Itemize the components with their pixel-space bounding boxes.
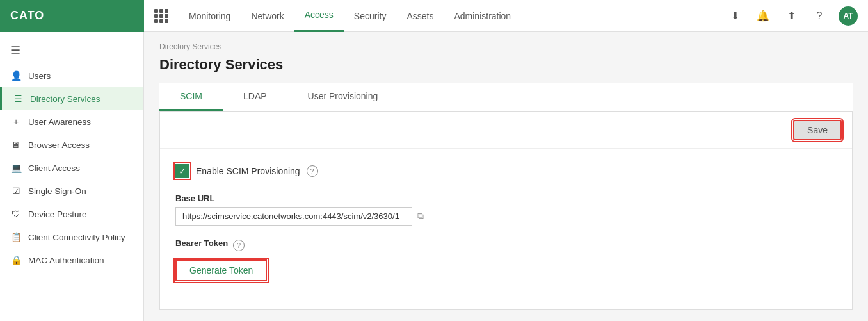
url-input-row: ⧉: [175, 207, 837, 226]
base-url-section: Base URL ⧉: [175, 193, 837, 226]
device-icon: 🛡: [10, 209, 22, 219]
panel-header: Save: [160, 112, 852, 149]
breadcrumb: Directory Services: [159, 42, 853, 51]
enable-scim-checkbox[interactable]: ✓: [175, 164, 189, 178]
sidebar-item-users[interactable]: 👤 Users: [0, 64, 143, 87]
nav-administration[interactable]: Administration: [444, 0, 521, 32]
panel-body: ✓ Enable SCIM Provisioning ? Base URL ⧉ …: [160, 149, 852, 309]
tab-ldap[interactable]: LDAP: [223, 83, 287, 111]
nav-assets[interactable]: Assets: [396, 0, 444, 32]
scim-help-icon[interactable]: ?: [307, 165, 318, 177]
sidebar-item-client-connectivity-policy[interactable]: 📋 Client Connectivity Policy: [0, 226, 143, 249]
tab-scim[interactable]: SCIM: [159, 83, 223, 111]
base-url-label: Base URL: [175, 193, 837, 203]
content-panel: Save ✓ Enable SCIM Provisioning ? Base U…: [159, 111, 853, 310]
nav-monitoring[interactable]: Monitoring: [179, 0, 241, 32]
main-content: Directory Services Directory Services SC…: [144, 32, 868, 321]
sidebar-item-client-access[interactable]: 💻 Client Access: [0, 156, 143, 179]
grid-menu-icon[interactable]: [154, 9, 168, 23]
sso-icon: ☑: [10, 186, 22, 196]
copy-icon[interactable]: ⧉: [417, 211, 424, 222]
browser-icon: 🖥: [10, 140, 22, 150]
sidebar: ☰ 👤 Users ☰ Directory Services + User Aw…: [0, 32, 144, 321]
nav-links: Monitoring Network Access Security Asset…: [179, 0, 726, 32]
bearer-token-section: Bearer Token ? Generate Token: [175, 238, 837, 281]
user-awareness-icon: +: [10, 117, 22, 127]
sidebar-item-sso[interactable]: ☑ Single Sign-On: [0, 179, 143, 202]
mac-icon: 🔒: [10, 255, 22, 265]
enable-scim-label: Enable SCIM Provisioning: [196, 166, 300, 176]
nav-access[interactable]: Access: [294, 0, 344, 32]
layout: ☰ 👤 Users ☰ Directory Services + User Aw…: [0, 32, 868, 321]
nav-icons: ⬇ 🔔 ⬆ ? AT: [726, 6, 858, 26]
top-nav: CATO Monitoring Network Access Security …: [0, 0, 868, 32]
users-icon: 👤: [10, 70, 22, 81]
sidebar-item-device-posture[interactable]: 🛡 Device Posture: [0, 202, 143, 226]
nav-network[interactable]: Network: [241, 0, 294, 32]
base-url-input[interactable]: [175, 207, 412, 226]
bell-icon[interactable]: 🔔: [754, 7, 772, 25]
sidebar-item-browser-access[interactable]: 🖥 Browser Access: [0, 133, 143, 156]
sidebar-toggle[interactable]: ☰: [0, 37, 143, 64]
page-title: Directory Services: [159, 56, 853, 73]
save-button[interactable]: Save: [793, 120, 842, 140]
upgrade-icon[interactable]: ⬆: [782, 7, 800, 25]
tabs: SCIM LDAP User Provisioning: [159, 83, 853, 111]
logo: CATO: [0, 0, 144, 32]
bearer-token-label-row: Bearer Token ?: [175, 238, 837, 252]
bearer-help-icon[interactable]: ?: [233, 240, 245, 251]
directory-icon: ☰: [12, 94, 24, 104]
sidebar-item-directory-services[interactable]: ☰ Directory Services: [0, 87, 143, 110]
nav-security[interactable]: Security: [344, 0, 397, 32]
bearer-token-label: Bearer Token: [175, 238, 228, 248]
generate-token-button[interactable]: Generate Token: [175, 259, 267, 281]
help-icon[interactable]: ?: [810, 7, 828, 25]
download-icon[interactable]: ⬇: [726, 7, 744, 25]
tab-user-provisioning[interactable]: User Provisioning: [287, 83, 399, 111]
sidebar-item-mac-authentication[interactable]: 🔒 MAC Authentication: [0, 249, 143, 272]
policy-icon: 📋: [10, 232, 22, 242]
sidebar-item-user-awareness[interactable]: + User Awareness: [0, 110, 143, 133]
scim-enable-row: ✓ Enable SCIM Provisioning ?: [175, 164, 837, 178]
user-avatar[interactable]: AT: [839, 6, 858, 26]
client-icon: 💻: [10, 163, 22, 173]
